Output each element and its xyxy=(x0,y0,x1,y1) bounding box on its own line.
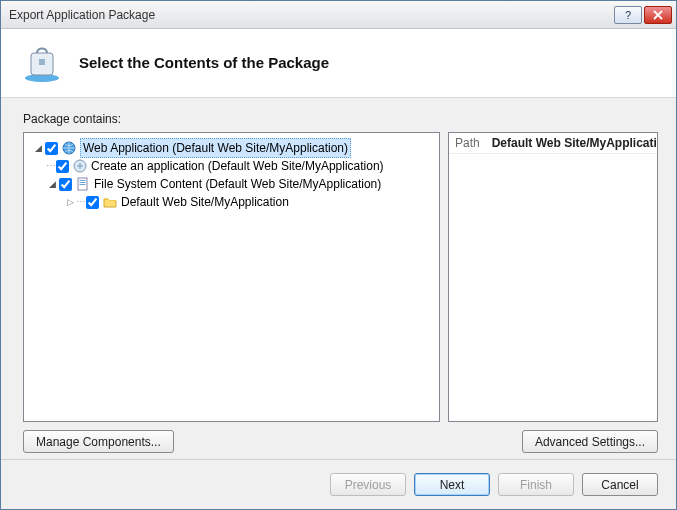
cancel-button[interactable]: Cancel xyxy=(582,473,658,496)
expander-icon[interactable]: ◢ xyxy=(46,175,58,193)
folder-icon xyxy=(102,194,118,210)
advanced-settings-button[interactable]: Advanced Settings... xyxy=(522,430,658,453)
tree-node-create-app[interactable]: ⋯ Create an application (Default Web Sit… xyxy=(28,157,435,175)
close-button[interactable] xyxy=(644,6,672,24)
tree-node-label: Web Application (Default Web Site/MyAppl… xyxy=(80,138,351,158)
tree-node-label: File System Content (Default Web Site/My… xyxy=(94,175,381,193)
tree-node-fs-content[interactable]: ◢ File System Content (Default Web Site/… xyxy=(28,175,435,193)
svg-rect-2 xyxy=(39,59,45,65)
globe-icon xyxy=(61,140,77,156)
svg-rect-8 xyxy=(80,184,86,185)
details-key: Path xyxy=(449,133,486,154)
header-area: Select the Contents of the Package xyxy=(1,29,676,98)
help-button[interactable]: ? xyxy=(614,6,642,24)
tree-node-folder[interactable]: ▷ ⋯ Default Web Site/MyApplication xyxy=(28,193,435,211)
previous-button[interactable]: Previous xyxy=(330,473,406,496)
tree-node-label: Create an application (Default Web Site/… xyxy=(91,157,384,175)
checkbox[interactable] xyxy=(86,196,99,209)
tree-pane[interactable]: ◢ Web Application (Default Web Site/MyAp… xyxy=(23,132,440,422)
mid-button-row: Manage Components... Advanced Settings..… xyxy=(23,430,658,453)
dialog-window: Export Application Package ? Select the … xyxy=(0,0,677,510)
tree-connector: ⋯ xyxy=(46,157,55,175)
checkbox[interactable] xyxy=(59,178,72,191)
application-icon xyxy=(72,158,88,174)
finish-button[interactable]: Finish xyxy=(498,473,574,496)
details-pane: Path Default Web Site/MyApplication xyxy=(448,132,658,422)
tree-connector: ⋯ xyxy=(76,193,85,211)
details-grid: Path Default Web Site/MyApplication xyxy=(449,133,658,154)
checkbox[interactable] xyxy=(56,160,69,173)
details-value: Default Web Site/MyApplication xyxy=(486,133,658,154)
checkbox[interactable] xyxy=(45,142,58,155)
manage-components-button[interactable]: Manage Components... xyxy=(23,430,174,453)
package-icon xyxy=(21,41,63,83)
footer-button-row: Previous Next Finish Cancel xyxy=(1,459,676,509)
window-title: Export Application Package xyxy=(9,8,612,22)
svg-rect-6 xyxy=(80,180,86,181)
package-tree: ◢ Web Application (Default Web Site/MyAp… xyxy=(24,133,439,217)
tree-node-label: Default Web Site/MyApplication xyxy=(121,193,289,211)
body-area: Package contains: ◢ Web Application (Def… xyxy=(1,98,676,459)
panels: ◢ Web Application (Default Web Site/MyAp… xyxy=(23,132,658,422)
svg-rect-7 xyxy=(80,182,86,183)
contents-label: Package contains: xyxy=(23,112,658,126)
expander-icon[interactable]: ◢ xyxy=(32,139,44,157)
next-button[interactable]: Next xyxy=(414,473,490,496)
details-row: Path Default Web Site/MyApplication xyxy=(449,133,658,154)
titlebar: Export Application Package ? xyxy=(1,1,676,29)
tree-node-root[interactable]: ◢ Web Application (Default Web Site/MyAp… xyxy=(28,139,435,157)
expander-icon[interactable]: ▷ xyxy=(64,193,76,211)
header-title: Select the Contents of the Package xyxy=(79,54,329,71)
content-icon xyxy=(75,176,91,192)
close-icon xyxy=(653,10,663,20)
